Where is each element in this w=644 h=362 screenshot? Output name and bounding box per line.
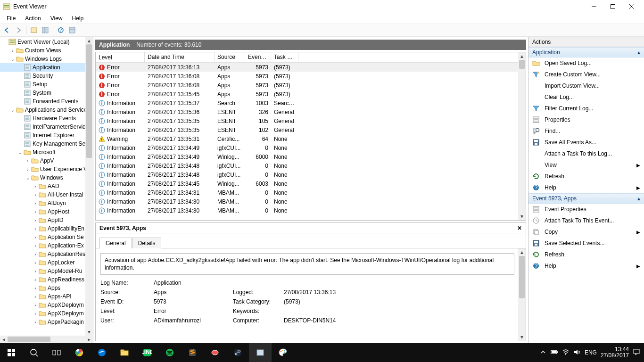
col-source[interactable]: Source: [215, 52, 245, 62]
chevron-right-icon[interactable]: ›: [32, 226, 39, 231]
action-item[interactable]: ?Help▶: [528, 182, 644, 193]
tree-item[interactable]: Setup: [0, 80, 93, 89]
event-row[interactable]: Error27/08/2017 13:35:45Apps5973(5973): [96, 90, 526, 99]
scroll-right-icon[interactable]: ▸: [85, 336, 93, 343]
tree-item[interactable]: ›AllJoyn: [0, 199, 93, 207]
search-button[interactable]: [23, 343, 45, 362]
chevron-right-icon[interactable]: ›: [32, 269, 39, 274]
taskbar-app-steam[interactable]: [226, 343, 249, 362]
tree-item[interactable]: Forwarded Events: [0, 97, 93, 106]
tree-item[interactable]: Internet Explorer: [0, 131, 93, 140]
event-row[interactable]: Information27/08/2017 13:35:35ESENT102Ge…: [96, 125, 526, 134]
action-item[interactable]: Import Custom View...: [528, 80, 644, 91]
tab-general[interactable]: General: [99, 238, 132, 248]
taskbar-app-line[interactable]: LINE: [136, 343, 158, 362]
chevron-right-icon[interactable]: ›: [32, 311, 39, 316]
chevron-right-icon[interactable]: ›: [32, 286, 39, 291]
chevron-down-icon[interactable]: ⌄: [9, 107, 16, 113]
chevron-right-icon[interactable]: ›: [32, 277, 39, 282]
toolbar-btn-4[interactable]: [67, 25, 77, 35]
action-item[interactable]: Attach a Task To this Log...: [528, 148, 644, 159]
scroll-up-icon[interactable]: ▴: [518, 248, 526, 256]
tree-item[interactable]: ›ApplicationRes: [0, 250, 93, 258]
tree-item[interactable]: Event Viewer (Local): [0, 38, 93, 46]
event-row[interactable]: Information27/08/2017 13:34:30MBAM...0No…: [96, 197, 526, 206]
tree-item[interactable]: ›AppHost: [0, 207, 93, 216]
tree-item[interactable]: IntelParameterService: [0, 123, 93, 131]
chevron-right-icon[interactable]: ›: [32, 209, 39, 214]
chevron-right-icon[interactable]: ›: [32, 243, 39, 248]
taskbar-app-spotify[interactable]: [158, 343, 181, 362]
col-taskcat[interactable]: Task C...: [271, 52, 298, 62]
action-center-icon[interactable]: [633, 348, 640, 357]
actions-section-app[interactable]: Application▴: [528, 47, 644, 58]
action-item[interactable]: Event Properties: [528, 204, 644, 215]
tree[interactable]: Event Viewer (Local)›Custom Views⌄Window…: [0, 37, 93, 327]
tree-item[interactable]: Key Management Ser: [0, 140, 93, 148]
action-item[interactable]: View▶: [528, 159, 644, 171]
scroll-up-icon[interactable]: ▴: [85, 37, 93, 44]
toolbar-btn-2[interactable]: [40, 25, 50, 35]
tree-item[interactable]: ›Apps-API: [0, 292, 93, 301]
scroll-down-icon[interactable]: ▾: [518, 333, 526, 341]
event-row[interactable]: Error27/08/2017 13:36:08Apps5973(5973): [96, 72, 526, 81]
taskbar-app-sublime[interactable]: [181, 343, 204, 362]
event-row[interactable]: Error27/08/2017 13:36:08Apps5973(5973): [96, 81, 526, 90]
taskbar-app-explorer[interactable]: [113, 343, 136, 362]
taskview-button[interactable]: [45, 343, 68, 362]
tree-horizontal-scrollbar[interactable]: ◂ ▸: [0, 336, 93, 343]
action-item[interactable]: Open Saved Log...: [528, 58, 644, 69]
nav-back-button[interactable]: [2, 25, 12, 35]
chevron-right-icon[interactable]: ›: [32, 252, 39, 257]
tree-item[interactable]: ›Apps: [0, 284, 93, 292]
tree-item[interactable]: ›AAD: [0, 182, 93, 190]
tab-details[interactable]: Details: [132, 238, 162, 248]
action-item[interactable]: Attach Task To This Event...: [528, 215, 644, 226]
taskbar-app-paint[interactable]: [272, 343, 294, 362]
chevron-right-icon[interactable]: ›: [32, 260, 39, 265]
event-row[interactable]: Information27/08/2017 13:35:35ESENT105Ge…: [96, 116, 526, 125]
chevron-right-icon[interactable]: ›: [32, 184, 39, 189]
event-row[interactable]: Error27/08/2017 13:36:13Apps5973(5973): [96, 63, 526, 72]
event-row[interactable]: Information27/08/2017 13:35:36ESENT326Ge…: [96, 107, 526, 116]
chevron-right-icon[interactable]: ›: [32, 192, 39, 197]
tree-vertical-scrollbar[interactable]: ▴ ▾: [85, 37, 93, 336]
toolbar-btn-1[interactable]: [29, 25, 39, 35]
menu-action[interactable]: Action: [21, 14, 44, 23]
action-item[interactable]: Create Custom View...: [528, 69, 644, 80]
tree-item[interactable]: ›User Experience Vi: [0, 165, 93, 173]
chevron-right-icon[interactable]: ›: [32, 235, 39, 240]
maximize-button[interactable]: [603, 0, 622, 13]
action-item[interactable]: Properties: [528, 114, 644, 125]
menu-help[interactable]: Help: [68, 14, 88, 23]
col-datetime[interactable]: Date and Time: [145, 52, 215, 62]
action-item[interactable]: Save Selected Events...: [528, 238, 644, 249]
taskbar-app-edge[interactable]: [91, 343, 113, 362]
actions-section-event[interactable]: Event 5973, Apps▴: [528, 193, 644, 204]
action-item[interactable]: Copy▶: [528, 226, 644, 238]
tree-item[interactable]: Hardware Events: [0, 114, 93, 123]
tree-item[interactable]: ›AppReadiness: [0, 275, 93, 284]
tree-item[interactable]: ›AppModel-Ru: [0, 267, 93, 275]
tree-item[interactable]: ›Application Se: [0, 233, 93, 241]
tree-item[interactable]: Application: [0, 63, 93, 72]
scroll-left-icon[interactable]: ◂: [0, 336, 8, 343]
tree-item[interactable]: ›Application-Ex: [0, 241, 93, 250]
scroll-up-icon[interactable]: ▴: [518, 52, 526, 60]
chevron-right-icon[interactable]: ›: [32, 320, 39, 325]
nav-forward-button[interactable]: [13, 25, 24, 35]
events-columns[interactable]: Level Date and Time Source Event ID Task…: [96, 52, 526, 63]
tree-item[interactable]: Security: [0, 72, 93, 80]
chevron-right-icon[interactable]: ›: [32, 294, 39, 299]
action-item[interactable]: ?Help▶: [528, 260, 644, 272]
tree-item[interactable]: ›AppXDeploym: [0, 301, 93, 309]
tree-item[interactable]: ›AppV: [0, 156, 93, 165]
scroll-down-icon[interactable]: ▾: [518, 213, 526, 220]
menu-view[interactable]: View: [47, 14, 66, 23]
action-item[interactable]: Filter Current Log...: [528, 103, 644, 114]
chevron-right-icon[interactable]: ›: [32, 218, 39, 223]
event-row[interactable]: Information27/08/2017 13:35:37Search1003…: [96, 99, 526, 107]
taskbar-app-generic1[interactable]: [204, 343, 226, 362]
action-item[interactable]: Refresh: [528, 171, 644, 182]
events-body[interactable]: Error27/08/2017 13:36:13Apps5973(5973)Er…: [96, 63, 526, 220]
